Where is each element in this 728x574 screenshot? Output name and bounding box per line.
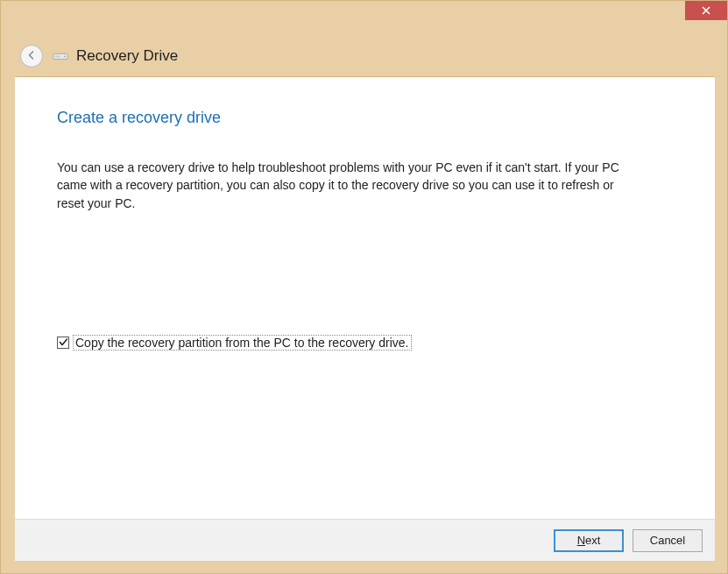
checkmark-icon [59,335,68,351]
content-panel: Create a recovery drive You can use a re… [15,76,715,519]
back-button[interactable] [20,45,43,67]
svg-rect-2 [55,56,60,58]
next-button[interactable]: Next [554,529,624,552]
next-mnemonic: N [577,534,585,547]
header-row: Recovery Drive [20,43,708,69]
cancel-button[interactable]: Cancel [633,529,703,552]
window-frame: Recovery Drive Create a recovery drive Y… [0,0,728,574]
copy-partition-checkbox[interactable] [57,337,69,349]
drive-icon [52,49,69,63]
checkbox-row: Copy the recovery partition from the PC … [57,335,673,351]
close-icon [702,3,710,18]
back-arrow-icon [26,48,37,64]
button-bar: Next Cancel [15,519,715,561]
copy-partition-label[interactable]: Copy the recovery partition from the PC … [73,335,412,351]
svg-point-1 [64,56,66,58]
cancel-label: Cancel [650,534,685,547]
body-text: You can use a recovery drive to help tro… [57,159,635,212]
next-label-suffix: ext [585,534,600,547]
content-inner: Create a recovery drive You can use a re… [15,77,715,351]
header-title: Recovery Drive [76,47,178,65]
close-button[interactable] [685,1,727,20]
page-heading: Create a recovery drive [57,109,673,127]
